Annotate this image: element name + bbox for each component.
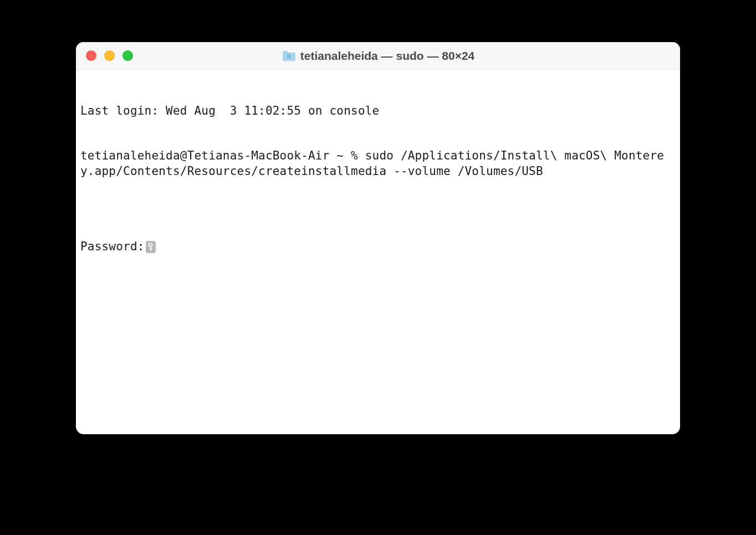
- terminal-line-command: tetianaleheida@Tetianas-MacBook-Air ~ % …: [80, 148, 676, 179]
- key-icon: [146, 241, 156, 253]
- terminal-window: tetianaleheida — sudo — 80×24 Last login…: [76, 42, 680, 434]
- traffic-lights: [76, 50, 133, 61]
- svg-rect-0: [287, 55, 291, 59]
- svg-point-1: [288, 53, 290, 55]
- terminal-body[interactable]: Last login: Wed Aug 3 11:02:55 on consol…: [76, 70, 680, 434]
- terminal-line-last-login: Last login: Wed Aug 3 11:02:55 on consol…: [80, 104, 676, 119]
- svg-rect-5: [150, 250, 152, 251]
- minimize-button[interactable]: [104, 50, 115, 61]
- maximize-button[interactable]: [122, 50, 133, 61]
- svg-point-2: [149, 243, 152, 246]
- title-area: tetianaleheida — sudo — 80×24: [76, 49, 680, 63]
- svg-rect-4: [150, 248, 152, 249]
- password-label: Password:: [80, 239, 145, 254]
- window-title: tetianaleheida — sudo — 80×24: [300, 49, 475, 63]
- close-button[interactable]: [86, 50, 96, 61]
- titlebar: tetianaleheida — sudo — 80×24: [76, 42, 680, 70]
- folder-icon: [282, 50, 296, 62]
- terminal-line-password: Password:: [80, 239, 676, 254]
